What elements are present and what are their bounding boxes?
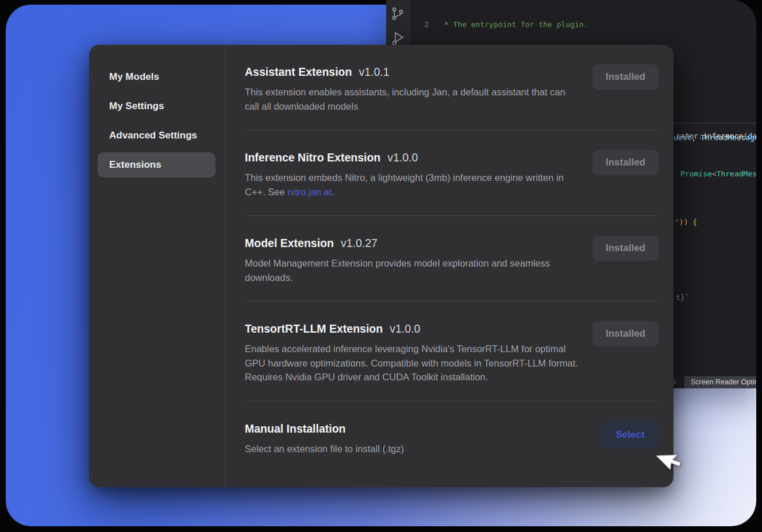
code-fragment: rator.inference(data)); xyxy=(676,132,756,140)
sidebar-item-my-settings[interactable]: My Settings xyxy=(98,94,215,119)
extension-description: This extension embeds Nitro, a lightweig… xyxy=(245,171,579,199)
code-comment: * The entrypoint for the plugin. xyxy=(440,20,588,29)
extension-title-row: Inference Nitro Extensionv1.0.0 xyxy=(245,150,579,165)
code-fragment: Promise<ThreadMessage> xyxy=(680,169,756,178)
extension-version: v1.0.1 xyxy=(359,65,389,78)
nitro-jan-ai-link[interactable]: nitro.jan.ai xyxy=(287,187,331,197)
extension-version: v1.0.0 xyxy=(387,151,418,164)
extension-title: TensortRT-LLM Extension xyxy=(245,322,383,335)
extension-section-tensorrt: TensortRT-LLM Extensionv1.0.0 Enables ac… xyxy=(245,321,659,384)
screenshot-stage: 2 * The entrypoint for the plugin. 3 */ … xyxy=(0,0,762,532)
code-fragment: ")) { xyxy=(675,218,697,226)
extension-title-row: Model Extensionv1.0.27 xyxy=(245,236,579,250)
extension-title: Model Extension xyxy=(245,237,334,249)
code-line: 2 * The entrypoint for the plugin. xyxy=(409,20,756,29)
extension-section-assistant: Assistant Extensionv1.0.1 This extension… xyxy=(245,64,659,113)
extension-description: This extension enables assistants, inclu… xyxy=(245,85,579,113)
installed-button[interactable]: Installed xyxy=(592,321,659,346)
screen-reader-optimized-badge[interactable]: Screen Reader Optimized xyxy=(684,376,756,388)
section-divider xyxy=(245,301,659,302)
sidebar-item-advanced-settings[interactable]: Advanced Settings xyxy=(98,123,215,148)
section-divider xyxy=(245,130,659,130)
extension-section-nitro: Inference Nitro Extensionv1.0.0 This ext… xyxy=(245,150,659,199)
extension-title-row: Assistant Extensionv1.0.1 xyxy=(245,64,579,79)
sidebar-item-extensions[interactable]: Extensions xyxy=(98,152,215,178)
extensions-panel: Assistant Extensionv1.0.1 This extension… xyxy=(225,45,674,487)
extension-section-model: Model Extensionv1.0.27 Model Management … xyxy=(245,236,659,284)
section-divider xyxy=(245,215,659,216)
manual-installation-description: Select an extension file to install (.tg… xyxy=(245,442,404,456)
settings-modal: My Models My Settings Advanced Settings … xyxy=(89,45,674,487)
extension-version: v1.0.0 xyxy=(390,322,420,335)
installed-button[interactable]: Installed xyxy=(592,150,659,175)
extension-description: Model Management Extension provides mode… xyxy=(245,256,579,284)
extension-version: v1.0.27 xyxy=(341,237,378,249)
extension-title: Inference Nitro Extension xyxy=(245,151,380,164)
extension-title: Assistant Extension xyxy=(245,65,352,78)
code-fragment: t}` xyxy=(676,293,689,302)
settings-sidebar: My Models My Settings Advanced Settings … xyxy=(89,45,225,487)
installed-button[interactable]: Installed xyxy=(592,64,659,90)
line-number: 2 xyxy=(409,20,429,29)
run-debug-icon[interactable] xyxy=(391,31,405,46)
manual-installation-title: Manual Installation xyxy=(245,421,404,436)
select-file-button[interactable]: Select xyxy=(602,421,659,449)
extension-title-row: TensortRT-LLM Extensionv1.0.0 xyxy=(245,321,579,336)
sidebar-item-my-models[interactable]: My Models xyxy=(98,64,215,90)
extension-description: Enables accelerated inference leveraging… xyxy=(245,342,579,384)
installed-button[interactable]: Installed xyxy=(592,236,659,261)
section-divider xyxy=(245,401,659,402)
source-control-icon[interactable] xyxy=(391,7,404,21)
manual-installation-section: Manual Installation Select an extension … xyxy=(245,421,659,456)
